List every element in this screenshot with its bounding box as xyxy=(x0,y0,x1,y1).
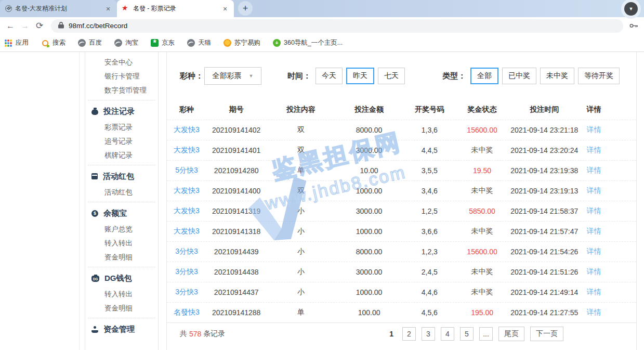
sidebar-entry[interactable]: 资金明细 xyxy=(85,301,158,315)
pagination-button[interactable]: 尾页 xyxy=(498,327,524,341)
bookmark-label: 天猫 xyxy=(198,38,211,47)
pagination-button[interactable]: 4 xyxy=(441,327,454,341)
browser-tab[interactable]: 名發-大发精准计划 xyxy=(0,0,117,17)
browser-toolbar: 98mf.cc/betRecord xyxy=(0,17,644,34)
pagination-button[interactable]: 5 xyxy=(460,327,474,341)
address-bar[interactable]: 98mf.cc/betRecord xyxy=(51,19,623,33)
time-filter-button[interactable]: 昨天 xyxy=(346,68,374,84)
sidebar-entry[interactable]: 安全中心 xyxy=(85,55,158,69)
bookmarks-bar: 应用 搜索 百度 淘宝 京东 天猫 苏宁易购 360导航_一个主页... xyxy=(0,34,644,52)
sidebar-entry-label: 账户总览 xyxy=(104,225,133,234)
pagination-button[interactable]: 1 xyxy=(386,329,397,339)
lottery-name-link[interactable]: 大发快3 xyxy=(167,186,206,196)
forward-button[interactable] xyxy=(18,21,32,31)
detail-link[interactable]: 详情 xyxy=(581,186,607,196)
sidebar-entry[interactable]: 数字货币管理 xyxy=(85,83,158,97)
sidebar-entry[interactable] xyxy=(88,202,155,202)
detail-link[interactable]: 详情 xyxy=(581,125,607,135)
detail-link[interactable]: 详情 xyxy=(581,267,607,277)
lock-icon xyxy=(58,21,64,31)
pagination-button[interactable]: 下一页 xyxy=(530,327,563,341)
sidebar-entry[interactable]: 账户总览 xyxy=(85,222,158,236)
sidebar-entry[interactable]: 活动红包 xyxy=(85,185,158,199)
detail-link[interactable]: 详情 xyxy=(581,206,607,216)
lottery-name-link[interactable]: 大发快3 xyxy=(167,125,206,135)
key-icon[interactable] xyxy=(628,23,639,29)
lottery-name-link[interactable]: 大发快3 xyxy=(167,227,206,236)
sidebar-entry[interactable]: DG钱包 xyxy=(85,270,158,287)
sidebar-entry[interactable]: 资金管理 xyxy=(85,321,158,338)
pagination-button[interactable]: 2 xyxy=(402,327,416,341)
url-text[interactable]: 98mf.cc/betRecord xyxy=(69,22,127,30)
sidebar-entry[interactable]: 投注记录 xyxy=(85,103,158,120)
detail-link[interactable]: 详情 xyxy=(581,227,607,236)
sidebar-entry[interactable] xyxy=(88,318,155,318)
bookmark-item[interactable]: 百度 xyxy=(78,38,102,47)
sidebar-entry-label: 转入转出 xyxy=(104,290,133,299)
lottery-name-link[interactable]: 名發快3 xyxy=(167,308,206,317)
detail-link[interactable]: 详情 xyxy=(581,166,607,175)
lottery-name-link[interactable]: 3分快3 xyxy=(167,267,206,277)
pagination-button[interactable]: ... xyxy=(479,327,493,341)
pagination-button[interactable]: 3 xyxy=(422,327,435,341)
time-filter-button[interactable]: 七天 xyxy=(378,68,405,84)
prize-status: 未中奖 xyxy=(456,227,508,236)
sidebar-entry[interactable]: 银行卡管理 xyxy=(85,69,158,83)
sidebar-entry-label: 活动红包 xyxy=(103,172,134,182)
bet-amount: 8000.00 xyxy=(335,248,403,256)
lottery-filter-label: 彩种： xyxy=(180,71,203,81)
bookmark-item[interactable]: 苏宁易购 xyxy=(224,38,260,47)
sidebar-entry[interactable]: 活动红包 xyxy=(85,168,158,185)
sidebar-entry[interactable]: 余额宝 xyxy=(85,205,158,222)
bookmark-item[interactable]: 淘宝 xyxy=(114,38,138,47)
sidebar-entry[interactable] xyxy=(88,267,155,267)
sidebar-entry[interactable] xyxy=(88,165,155,165)
close-icon[interactable] xyxy=(103,4,113,14)
sidebar-entry[interactable]: 资金明细 xyxy=(85,250,158,264)
page-left-border xyxy=(79,52,80,350)
detail-link[interactable]: 详情 xyxy=(581,146,607,155)
reload-button[interactable] xyxy=(32,20,47,31)
table-row: 大发快3 202109141319 小 3000.00 1,2,5 5850.0… xyxy=(167,201,636,221)
bookmark-item[interactable]: 360导航_一个主页... xyxy=(273,38,343,47)
type-filter-button[interactable]: 全部 xyxy=(470,68,498,84)
table-row: 大发快3 202109141401 双 3000.00 4,4,5 未中奖 20… xyxy=(167,140,636,160)
prize-status: 未中奖 xyxy=(456,267,508,277)
issue-number: 202109141400 xyxy=(206,187,267,195)
detail-link[interactable]: 详情 xyxy=(581,308,607,317)
sidebar-entry[interactable] xyxy=(88,100,155,100)
browser-tab[interactable]: 名發 - 彩票记录 xyxy=(117,0,234,17)
issue-number: 202109141288 xyxy=(206,308,267,317)
type-filter-button[interactable]: 等待开奖 xyxy=(578,68,620,84)
sidebar-entry[interactable]: 追号记录 xyxy=(85,134,158,148)
lottery-name-link[interactable]: 大发快3 xyxy=(167,206,206,216)
lottery-name-link[interactable]: 大发快3 xyxy=(167,146,206,155)
type-filter-button[interactable]: 未中奖 xyxy=(540,68,574,84)
bookmark-item[interactable]: 天猫 xyxy=(187,38,211,47)
bookmark-item[interactable]: 京东 xyxy=(151,38,175,47)
bookmark-item[interactable]: 应用 xyxy=(4,38,29,47)
time-filter-button[interactable]: 今天 xyxy=(316,68,343,84)
new-tab-button[interactable]: + xyxy=(238,1,253,16)
bookmark-label: 京东 xyxy=(162,38,175,47)
media-controls-button[interactable] xyxy=(621,0,641,19)
lottery-name-link[interactable]: 3分快3 xyxy=(167,288,206,297)
close-icon[interactable] xyxy=(220,4,230,14)
table-header-cell: 投注时间 xyxy=(508,105,581,114)
detail-link[interactable]: 详情 xyxy=(581,247,607,256)
type-filter-button[interactable]: 已中奖 xyxy=(502,68,536,84)
prize-status: 未中奖 xyxy=(456,186,508,196)
sidebar-entry[interactable]: 棋牌记录 xyxy=(85,148,158,162)
sidebar-entry-label: 资金明细 xyxy=(104,304,133,313)
issue-number: 202109141401 xyxy=(206,146,267,154)
back-button[interactable] xyxy=(3,21,18,31)
detail-link[interactable]: 详情 xyxy=(581,288,607,297)
table-row: 3分快3 20210914437 小 1000.00 4,4,6 未中奖 202… xyxy=(167,282,636,302)
sidebar-entry[interactable]: 彩票记录 xyxy=(85,120,158,134)
lottery-name-link[interactable]: 5分快3 xyxy=(167,166,206,175)
lottery-name-link[interactable]: 3分快3 xyxy=(167,247,206,256)
sidebar-entry[interactable]: 转入转出 xyxy=(85,287,158,301)
bookmark-item[interactable]: 搜索 xyxy=(41,38,65,47)
lottery-select[interactable]: 全部彩票 xyxy=(204,67,261,85)
sidebar-entry[interactable]: 转入转出 xyxy=(85,236,158,250)
